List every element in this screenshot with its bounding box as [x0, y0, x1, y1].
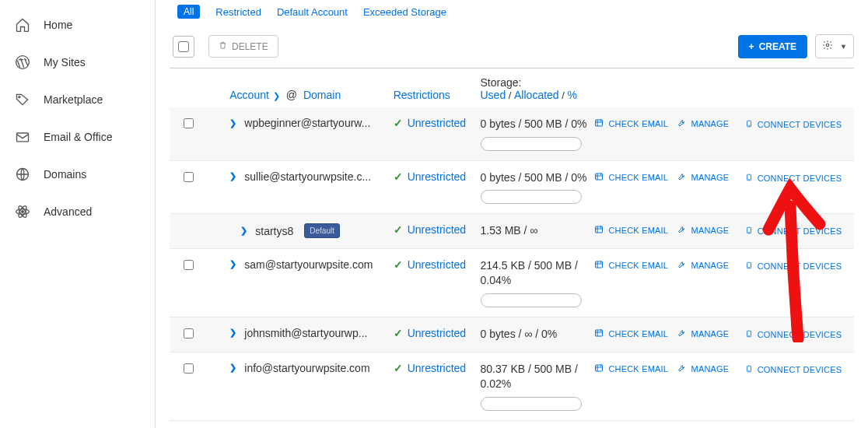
storage-cell: 0 bytes / 500 MB / 0% [481, 117, 595, 132]
compose-icon [594, 328, 604, 339]
svg-point-1 [19, 96, 20, 98]
sidebar-item-marketplace[interactable]: Marketplace [0, 81, 155, 118]
restriction-cell[interactable]: ✓Unrestricted [394, 170, 481, 183]
svg-point-8 [826, 44, 829, 47]
manage-button[interactable]: MANAGE [677, 327, 745, 339]
tag-icon [14, 91, 31, 108]
storage-cell: 0 bytes / ∞ / 0% [481, 327, 595, 342]
storage-meter [481, 137, 582, 151]
sidebar-item-label: Domains [44, 168, 86, 181]
chevron-right-icon: ❯ [229, 259, 236, 269]
account-email: info@startyourwpsite.com [244, 362, 369, 374]
check-email-button[interactable]: CHECK EMAIL [594, 170, 677, 183]
restriction-cell[interactable]: ✓Unrestricted [394, 362, 481, 374]
column-restrictions[interactable]: Restrictions [394, 89, 481, 101]
connect-devices-button[interactable]: CONNECT DEVICES [745, 170, 854, 184]
column-allocated[interactable]: Allocated [514, 89, 559, 101]
column-used[interactable]: Used [481, 89, 506, 101]
column-storage: Storage: Used / Allocated / % [481, 76, 595, 101]
account-email: sam@startyourwpsite.com [244, 258, 373, 271]
default-badge: Default [304, 223, 340, 238]
connect-devices-button[interactable]: CONNECT DEVICES [745, 327, 854, 341]
compose-icon [594, 260, 604, 271]
account-cell[interactable]: ❯sullie@startyourwpsite.c... [229, 170, 393, 183]
connect-devices-button[interactable]: CONNECT DEVICES [745, 223, 854, 237]
sidebar-item-advanced[interactable]: Advanced [0, 193, 155, 230]
account-email: wpbeginner@startyourw... [244, 117, 370, 129]
mail-icon [14, 128, 31, 146]
storage-cell: 1.53 MB / ∞ [481, 223, 595, 239]
chevron-right-icon: ❯ [229, 118, 236, 128]
row-checkbox[interactable] [184, 118, 194, 128]
atom-icon [14, 203, 31, 220]
wordpress-icon [14, 54, 31, 71]
account-cell[interactable]: ❯wpbeginner@startyourw... [229, 117, 393, 129]
check-email-button[interactable]: CHECK EMAIL [594, 362, 677, 374]
manage-button[interactable]: MANAGE [677, 223, 745, 236]
create-button[interactable]: + CREATE [738, 35, 807, 58]
chevron-right-icon: ❯ [240, 226, 247, 236]
wrench-icon [677, 363, 687, 374]
main-content: All Restricted Default Account Exceeded … [156, 0, 868, 428]
account-cell[interactable]: ❯startys8Default [229, 223, 393, 238]
device-icon [745, 225, 753, 237]
connect-devices-button[interactable]: CONNECT DEVICES [745, 258, 854, 272]
restriction-cell[interactable]: ✓Unrestricted [394, 223, 481, 236]
check-email-button[interactable]: CHECK EMAIL [594, 223, 677, 236]
restriction-cell[interactable]: ✓Unrestricted [394, 117, 481, 129]
column-pct[interactable]: % [567, 89, 576, 101]
account-cell[interactable]: ❯info@startyourwpsite.com [229, 362, 393, 374]
sort-caret-icon: ❯ [271, 91, 280, 100]
account-cell[interactable]: ❯johnsmith@startyourwp... [229, 327, 393, 339]
table-header: Account ❯ @ Domain Restrictions Storage:… [170, 68, 854, 107]
sidebar-item-domains[interactable]: Domains [0, 156, 155, 193]
account-cell[interactable]: ❯sam@startyourwpsite.com [229, 258, 393, 271]
manage-button[interactable]: MANAGE [677, 362, 745, 374]
manage-button[interactable]: MANAGE [677, 117, 745, 129]
check-email-button[interactable]: CHECK EMAIL [594, 117, 677, 129]
manage-button[interactable]: MANAGE [677, 258, 745, 271]
row-checkbox[interactable] [184, 328, 194, 339]
check-email-button[interactable]: CHECK EMAIL [594, 258, 677, 271]
toolbar: DELETE + CREATE ▼ [170, 30, 854, 68]
row-checkbox[interactable] [184, 363, 194, 374]
svg-point-11 [748, 125, 749, 126]
sidebar-item-home[interactable]: Home [0, 6, 155, 44]
restriction-cell[interactable]: ✓Unrestricted [394, 327, 481, 339]
column-account[interactable]: Account ❯ @ Domain [208, 89, 393, 101]
table-row: ❯sullie@startyourwpsite.c...✓Unrestricte… [170, 161, 854, 215]
compose-icon [594, 118, 604, 129]
check-email-button[interactable]: CHECK EMAIL [594, 327, 677, 339]
sidebar-item-label: Email & Office [44, 131, 112, 143]
chevron-down-icon: ▼ [840, 43, 847, 51]
sidebar-item-mysites[interactable]: My Sites [0, 44, 155, 81]
filter-restricted[interactable]: Restricted [215, 6, 261, 18]
sidebar-item-label: Marketplace [44, 93, 103, 106]
svg-point-20 [748, 267, 749, 268]
restriction-cell[interactable]: ✓Unrestricted [394, 258, 481, 271]
plus-icon: + [749, 41, 754, 52]
filter-bar: All Restricted Default Account Exceeded … [170, 0, 854, 30]
filter-exceeded[interactable]: Exceeded Storage [363, 6, 446, 18]
row-checkbox[interactable] [184, 260, 194, 270]
settings-button[interactable]: ▼ [815, 34, 854, 58]
chevron-right-icon: ❯ [229, 328, 236, 338]
svg-point-7 [22, 211, 24, 213]
filter-default-account[interactable]: Default Account [277, 6, 348, 18]
filter-all[interactable]: All [177, 5, 200, 19]
select-all-checkbox[interactable] [173, 36, 194, 58]
device-icon [745, 328, 753, 341]
check-icon: ✓ [394, 117, 403, 129]
row-checkbox[interactable] [184, 172, 194, 182]
device-icon [745, 260, 753, 272]
chevron-right-icon: ❯ [229, 171, 236, 181]
sidebar-item-email[interactable]: Email & Office [0, 118, 155, 156]
compose-icon [594, 363, 604, 374]
manage-button[interactable]: MANAGE [677, 170, 745, 183]
connect-devices-button[interactable]: CONNECT DEVICES [745, 117, 854, 131]
device-icon [745, 172, 753, 184]
svg-rect-2 [17, 133, 29, 142]
connect-devices-button[interactable]: CONNECT DEVICES [745, 362, 854, 376]
delete-button[interactable]: DELETE [208, 35, 278, 58]
wrench-icon [677, 172, 687, 183]
